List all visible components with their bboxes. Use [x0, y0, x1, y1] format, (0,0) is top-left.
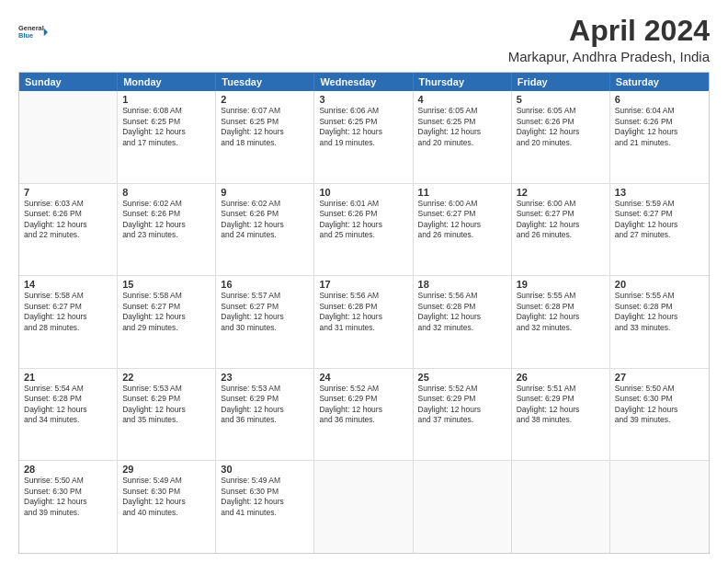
day-info: Sunrise: 6:05 AM Sunset: 6:26 PM Dayligh…	[517, 106, 605, 148]
day-cell-26: 26Sunrise: 5:51 AM Sunset: 6:29 PM Dayli…	[512, 369, 610, 461]
day-cell-13: 13Sunrise: 5:59 AM Sunset: 6:27 PM Dayli…	[610, 184, 709, 276]
day-number: 12	[517, 187, 605, 198]
page: General Blue April 2024 Markapur, Andhra…	[0, 0, 728, 563]
subtitle: Markapur, Andhra Pradesh, India	[508, 49, 710, 64]
day-info: Sunrise: 5:51 AM Sunset: 6:29 PM Dayligh…	[517, 384, 605, 426]
calendar-week-1: 1Sunrise: 6:08 AM Sunset: 6:25 PM Daylig…	[19, 91, 709, 184]
day-number: 18	[418, 279, 506, 290]
day-number: 3	[319, 94, 407, 105]
day-cell-11: 11Sunrise: 6:00 AM Sunset: 6:27 PM Dayli…	[414, 184, 512, 276]
day-info: Sunrise: 5:50 AM Sunset: 6:30 PM Dayligh…	[615, 384, 704, 426]
day-cell-2: 2Sunrise: 6:07 AM Sunset: 6:25 PM Daylig…	[216, 91, 314, 183]
day-info: Sunrise: 6:07 AM Sunset: 6:25 PM Dayligh…	[221, 106, 309, 148]
day-info: Sunrise: 6:00 AM Sunset: 6:27 PM Dayligh…	[418, 199, 506, 241]
day-cell-30: 30Sunrise: 5:49 AM Sunset: 6:30 PM Dayli…	[216, 461, 314, 553]
day-cell-21: 21Sunrise: 5:54 AM Sunset: 6:28 PM Dayli…	[19, 369, 118, 461]
day-number: 11	[418, 187, 506, 198]
day-number: 30	[221, 464, 309, 475]
day-number: 8	[122, 187, 210, 198]
calendar: SundayMondayTuesdayWednesdayThursdayFrid…	[18, 72, 710, 554]
day-info: Sunrise: 5:56 AM Sunset: 6:28 PM Dayligh…	[319, 291, 407, 333]
day-number: 9	[221, 187, 309, 198]
day-cell-25: 25Sunrise: 5:52 AM Sunset: 6:29 PM Dayli…	[414, 369, 512, 461]
day-cell-15: 15Sunrise: 5:58 AM Sunset: 6:27 PM Dayli…	[118, 276, 216, 368]
svg-text:Blue: Blue	[18, 31, 33, 40]
day-number: 16	[221, 279, 309, 290]
header-day-thursday: Thursday	[414, 73, 512, 91]
day-number: 13	[615, 187, 704, 198]
header: General Blue April 2024 Markapur, Andhra…	[18, 15, 710, 64]
day-number: 5	[517, 94, 605, 105]
day-number: 26	[517, 372, 605, 383]
logo-svg: General Blue	[18, 15, 48, 48]
day-info: Sunrise: 5:56 AM Sunset: 6:28 PM Dayligh…	[418, 291, 506, 333]
day-cell-10: 10Sunrise: 6:01 AM Sunset: 6:26 PM Dayli…	[314, 184, 413, 276]
day-info: Sunrise: 5:57 AM Sunset: 6:27 PM Dayligh…	[221, 291, 309, 333]
day-number: 7	[24, 187, 112, 198]
day-number: 23	[221, 372, 309, 383]
day-number: 17	[319, 279, 407, 290]
day-number: 22	[122, 372, 210, 383]
day-info: Sunrise: 5:59 AM Sunset: 6:27 PM Dayligh…	[615, 199, 704, 241]
day-info: Sunrise: 6:08 AM Sunset: 6:25 PM Dayligh…	[122, 106, 210, 148]
empty-cell	[19, 91, 118, 183]
day-cell-29: 29Sunrise: 5:49 AM Sunset: 6:30 PM Dayli…	[118, 461, 216, 553]
svg-text:General: General	[18, 24, 44, 32]
day-number: 29	[122, 464, 210, 475]
day-cell-12: 12Sunrise: 6:00 AM Sunset: 6:27 PM Dayli…	[512, 184, 610, 276]
day-cell-14: 14Sunrise: 5:58 AM Sunset: 6:27 PM Dayli…	[19, 276, 118, 368]
day-cell-24: 24Sunrise: 5:52 AM Sunset: 6:29 PM Dayli…	[314, 369, 413, 461]
header-day-sunday: Sunday	[19, 73, 118, 91]
logo: General Blue	[18, 15, 48, 48]
calendar-week-3: 14Sunrise: 5:58 AM Sunset: 6:27 PM Dayli…	[19, 276, 709, 369]
day-info: Sunrise: 6:02 AM Sunset: 6:26 PM Dayligh…	[221, 199, 309, 241]
day-info: Sunrise: 5:53 AM Sunset: 6:29 PM Dayligh…	[221, 384, 309, 426]
day-cell-16: 16Sunrise: 5:57 AM Sunset: 6:27 PM Dayli…	[216, 276, 314, 368]
day-cell-18: 18Sunrise: 5:56 AM Sunset: 6:28 PM Dayli…	[414, 276, 512, 368]
empty-cell	[610, 461, 709, 553]
empty-cell	[414, 461, 512, 553]
day-cell-5: 5Sunrise: 6:05 AM Sunset: 6:26 PM Daylig…	[512, 91, 610, 183]
svg-marker-2	[44, 29, 48, 37]
day-number: 25	[418, 372, 506, 383]
day-info: Sunrise: 5:49 AM Sunset: 6:30 PM Dayligh…	[221, 476, 309, 518]
day-cell-3: 3Sunrise: 6:06 AM Sunset: 6:25 PM Daylig…	[314, 91, 413, 183]
day-number: 14	[24, 279, 112, 290]
day-info: Sunrise: 5:55 AM Sunset: 6:28 PM Dayligh…	[517, 291, 605, 333]
day-info: Sunrise: 5:53 AM Sunset: 6:29 PM Dayligh…	[122, 384, 210, 426]
calendar-week-5: 28Sunrise: 5:50 AM Sunset: 6:30 PM Dayli…	[19, 461, 709, 553]
day-info: Sunrise: 5:58 AM Sunset: 6:27 PM Dayligh…	[24, 291, 112, 333]
day-info: Sunrise: 6:00 AM Sunset: 6:27 PM Dayligh…	[517, 199, 605, 241]
header-day-monday: Monday	[118, 73, 216, 91]
day-number: 1	[122, 94, 210, 105]
day-cell-4: 4Sunrise: 6:05 AM Sunset: 6:25 PM Daylig…	[414, 91, 512, 183]
day-info: Sunrise: 5:49 AM Sunset: 6:30 PM Dayligh…	[122, 476, 210, 518]
day-cell-23: 23Sunrise: 5:53 AM Sunset: 6:29 PM Dayli…	[216, 369, 314, 461]
day-info: Sunrise: 6:05 AM Sunset: 6:25 PM Dayligh…	[418, 106, 506, 148]
day-cell-9: 9Sunrise: 6:02 AM Sunset: 6:26 PM Daylig…	[216, 184, 314, 276]
empty-cell	[314, 461, 413, 553]
day-number: 19	[517, 279, 605, 290]
calendar-week-4: 21Sunrise: 5:54 AM Sunset: 6:28 PM Dayli…	[19, 369, 709, 462]
empty-cell	[512, 461, 610, 553]
day-cell-7: 7Sunrise: 6:03 AM Sunset: 6:26 PM Daylig…	[19, 184, 118, 276]
day-info: Sunrise: 6:01 AM Sunset: 6:26 PM Dayligh…	[319, 199, 407, 241]
day-number: 10	[319, 187, 407, 198]
day-cell-17: 17Sunrise: 5:56 AM Sunset: 6:28 PM Dayli…	[314, 276, 413, 368]
day-info: Sunrise: 5:52 AM Sunset: 6:29 PM Dayligh…	[319, 384, 407, 426]
day-number: 2	[221, 94, 309, 105]
main-title: April 2024	[508, 15, 710, 47]
day-number: 24	[319, 372, 407, 383]
day-info: Sunrise: 5:50 AM Sunset: 6:30 PM Dayligh…	[24, 476, 112, 518]
title-block: April 2024 Markapur, Andhra Pradesh, Ind…	[508, 15, 710, 64]
calendar-body: 1Sunrise: 6:08 AM Sunset: 6:25 PM Daylig…	[19, 91, 709, 553]
day-number: 20	[615, 279, 704, 290]
calendar-header: SundayMondayTuesdayWednesdayThursdayFrid…	[19, 73, 709, 91]
header-day-friday: Friday	[512, 73, 610, 91]
day-cell-28: 28Sunrise: 5:50 AM Sunset: 6:30 PM Dayli…	[19, 461, 118, 553]
day-number: 4	[418, 94, 506, 105]
day-number: 15	[122, 279, 210, 290]
day-info: Sunrise: 6:04 AM Sunset: 6:26 PM Dayligh…	[615, 106, 704, 148]
day-cell-6: 6Sunrise: 6:04 AM Sunset: 6:26 PM Daylig…	[610, 91, 709, 183]
day-info: Sunrise: 5:52 AM Sunset: 6:29 PM Dayligh…	[418, 384, 506, 426]
